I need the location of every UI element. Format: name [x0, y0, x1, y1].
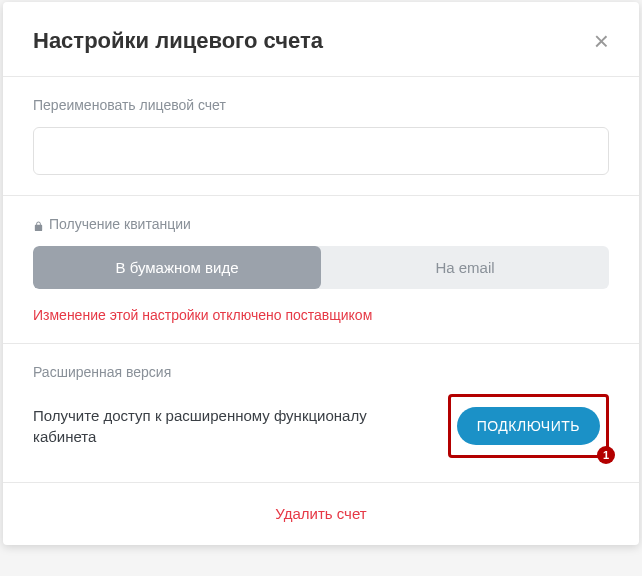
receipt-toggle: В бумажном виде На email: [33, 246, 609, 289]
delete-account-link[interactable]: Удалить счет: [275, 505, 366, 522]
extended-section: Расширенная версия Получите доступ к рас…: [3, 343, 639, 482]
close-button[interactable]: ×: [594, 28, 609, 54]
close-icon: ×: [594, 26, 609, 56]
account-settings-modal: Настройки лицевого счета × Переименовать…: [3, 2, 639, 545]
lock-icon: [33, 219, 43, 229]
modal-header: Настройки лицевого счета ×: [3, 2, 639, 76]
receipt-warning: Изменение этой настройки отключено поста…: [33, 307, 609, 323]
extended-description: Получите доступ к расширенному функциона…: [33, 405, 432, 447]
connect-button[interactable]: ПОДКЛЮЧИТЬ: [457, 407, 600, 445]
receipt-option-email[interactable]: На email: [321, 246, 609, 289]
rename-input[interactable]: [33, 127, 609, 175]
annotation-badge: 1: [597, 446, 615, 464]
rename-section: Переименовать лицевой счет: [3, 76, 639, 195]
modal-title: Настройки лицевого счета: [33, 28, 323, 54]
receipt-label: Получение квитанции: [33, 216, 609, 232]
connect-highlight-box: ПОДКЛЮЧИТЬ 1: [448, 394, 609, 458]
receipt-label-text: Получение квитанции: [49, 216, 191, 232]
rename-label: Переименовать лицевой счет: [33, 97, 609, 113]
extended-label: Расширенная версия: [33, 364, 609, 380]
extended-row: Получите доступ к расширенному функциона…: [33, 394, 609, 458]
delete-section: Удалить счет: [3, 482, 639, 545]
receipt-option-paper[interactable]: В бумажном виде: [33, 246, 321, 289]
receipt-section: Получение квитанции В бумажном виде На e…: [3, 195, 639, 343]
